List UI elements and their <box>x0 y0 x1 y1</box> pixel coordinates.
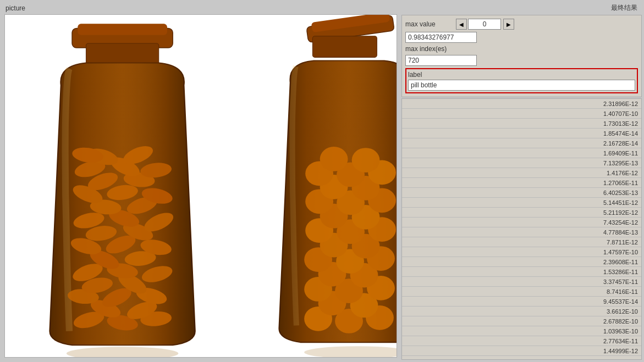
result-item: 1.53286E-11 <box>402 267 641 277</box>
label-value[interactable]: pill bottle <box>408 80 635 91</box>
max-value-input[interactable]: 0 <box>468 19 501 30</box>
result-item: 4.77884E-13 <box>402 227 641 237</box>
max-index-label: max index(es) <box>405 45 455 53</box>
right-panel: 最终结果 max value ◀ 0 ▶ 0.98343276977 max i… <box>401 0 644 362</box>
max-index-display[interactable]: 720 <box>405 55 477 66</box>
result-item: 1.44999E-12 <box>402 346 641 356</box>
results-header-label: 最终结果 <box>401 2 642 14</box>
result-item: 9.45537E-14 <box>402 297 641 307</box>
controls-area: max value ◀ 0 ▶ 0.98343276977 max index(… <box>401 15 642 97</box>
result-item: 2.39608E-11 <box>402 257 641 267</box>
svg-point-71 <box>320 147 348 171</box>
result-item: 2.16728E-14 <box>402 138 641 148</box>
result-item: 8.7416E-11 <box>402 287 641 297</box>
label-title: label <box>408 71 635 79</box>
result-item: 5.21192E-12 <box>402 208 641 218</box>
result-item: 1.69409E-11 <box>402 148 641 158</box>
result-item: 2.31896E-12 <box>402 99 641 109</box>
result-item: 1.47597E-10 <box>402 247 641 257</box>
result-item: 5.14451E-12 <box>402 198 641 208</box>
result-item: 1.27065E-11 <box>402 178 641 188</box>
pill-bottle-svg <box>5 14 397 358</box>
max-value-sub-row: 0.98343276977 <box>405 32 638 43</box>
result-item: 6.40253E-13 <box>402 188 641 198</box>
result-item: 7.43254E-12 <box>402 218 641 227</box>
max-value-label: max value <box>405 20 455 28</box>
svg-rect-2 <box>78 24 167 35</box>
result-item: 2.67882E-10 <box>402 316 641 326</box>
max-value-display[interactable]: 0.98343276977 <box>405 32 477 43</box>
spinner-down-btn[interactable]: ◀ <box>456 19 467 30</box>
label-section: label pill bottle <box>405 68 638 93</box>
result-item: 3.6612E-10 <box>402 307 641 316</box>
max-index-value-row: 720 <box>405 55 638 66</box>
svg-point-72 <box>352 148 380 172</box>
image-label: picture <box>4 4 397 12</box>
result-item: 1.85474E-14 <box>402 129 641 138</box>
max-value-row: max value ◀ 0 ▶ <box>405 19 638 30</box>
result-item: 1.03963E-10 <box>402 326 641 336</box>
result-item: 1.40707E-10 <box>402 109 641 119</box>
result-item: 7.13295E-13 <box>402 158 641 168</box>
spinner-up-btn[interactable]: ▶ <box>503 19 514 30</box>
result-item: 1.73013E-12 <box>402 119 641 129</box>
max-index-row: max index(es) <box>405 45 638 53</box>
image-panel: picture <box>0 0 401 362</box>
result-item: 2.77634E-11 <box>402 336 641 346</box>
result-item: 7.8711E-12 <box>402 237 641 247</box>
image-container <box>4 14 397 358</box>
svg-rect-42 <box>312 36 377 58</box>
result-item: 3.37457E-11 <box>402 277 641 287</box>
result-item: 1.4176E-12 <box>402 168 641 178</box>
results-list[interactable]: 2.31896E-121.40707E-101.73013E-121.85474… <box>401 98 642 360</box>
